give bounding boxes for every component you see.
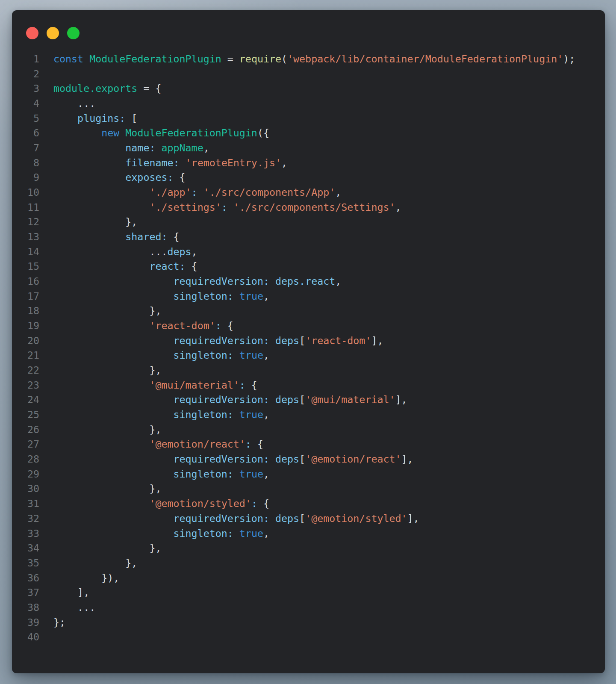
code-token xyxy=(53,260,149,272)
line-number: 30 xyxy=(12,481,39,496)
line-number: 1 xyxy=(12,52,39,67)
line-number: 38 xyxy=(12,600,39,615)
line-number: 34 xyxy=(12,541,39,556)
code-line: 12 }, xyxy=(12,215,605,230)
code-line: 11 './settings': './src/components/Setti… xyxy=(12,200,605,215)
code-text: requiredVersion: deps['react-dom'], xyxy=(53,335,383,346)
code-token: , xyxy=(263,468,269,480)
code-token: [ xyxy=(299,513,305,524)
code-token: module.exports xyxy=(53,83,137,94)
code-token: singleton: xyxy=(174,468,233,480)
code-line: 40 xyxy=(12,630,605,645)
code-token: [ xyxy=(299,453,305,465)
code-text: requiredVersion: deps['@mui/material'], xyxy=(53,394,407,405)
code-token: '@emotion/styled' xyxy=(149,498,251,509)
code-token xyxy=(269,335,275,346)
code-text: }, xyxy=(53,557,137,569)
code-line: 8 filename: 'remoteEntry.js', xyxy=(12,156,605,171)
code-token: '@emotion/react' xyxy=(305,453,401,465)
code-token: : xyxy=(221,201,227,213)
code-text: react: { xyxy=(53,260,197,272)
code-token: ... xyxy=(53,97,95,109)
line-number: 40 xyxy=(12,630,39,645)
code-line: 13 shared: { xyxy=(12,230,605,245)
code-token xyxy=(269,513,275,524)
code-token: ( xyxy=(281,53,287,65)
line-number: 39 xyxy=(12,615,39,630)
code-token: }), xyxy=(53,572,119,584)
code-token: { xyxy=(245,379,257,391)
code-line: 19 'react-dom': { xyxy=(12,318,605,333)
code-token xyxy=(53,409,174,420)
code-text: new ModuleFederationPlugin({ xyxy=(53,127,269,139)
code-token xyxy=(53,112,77,124)
code-text: plugins: [ xyxy=(53,112,137,124)
zoom-button[interactable] xyxy=(67,27,80,39)
code-editor: 1const ModuleFederationPlugin = require(… xyxy=(12,52,605,645)
code-token: ], xyxy=(401,453,413,465)
code-token: [ xyxy=(125,112,137,124)
code-token: { xyxy=(221,320,233,331)
code-token: , xyxy=(263,290,269,302)
line-number: 13 xyxy=(12,230,39,245)
code-text: '@mui/material': { xyxy=(53,379,257,391)
code-window: 1const ModuleFederationPlugin = require(… xyxy=(12,10,605,673)
code-text: filename: 'remoteEntry.js', xyxy=(53,157,287,168)
code-token xyxy=(269,275,275,287)
code-token: , xyxy=(335,186,341,198)
code-token: { xyxy=(168,231,180,242)
code-token xyxy=(53,349,174,361)
code-token: deps xyxy=(168,246,192,257)
code-token: , xyxy=(203,142,209,153)
line-number: 4 xyxy=(12,96,39,111)
code-token: [ xyxy=(299,394,305,405)
code-line: 14 ...deps, xyxy=(12,245,605,259)
code-text: }), xyxy=(53,572,119,584)
code-line: 27 '@emotion/react': { xyxy=(12,437,605,452)
code-token: true xyxy=(239,409,263,420)
minimize-button[interactable] xyxy=(47,27,59,39)
line-number: 8 xyxy=(12,156,39,171)
code-token: requiredVersion: xyxy=(174,453,269,465)
code-line: 26 }, xyxy=(12,422,605,437)
code-token: './settings' xyxy=(149,201,221,213)
code-token: deps xyxy=(275,453,299,465)
code-token: ); xyxy=(563,53,575,65)
code-token: ], xyxy=(371,335,383,346)
code-text: name: appName, xyxy=(53,142,209,153)
code-line: 33 singleton: true, xyxy=(12,526,605,541)
code-text: }, xyxy=(53,483,161,494)
line-number: 29 xyxy=(12,467,39,482)
code-token: '@mui/material' xyxy=(305,394,395,405)
code-token: './app' xyxy=(149,186,191,198)
code-token: }; xyxy=(53,616,65,628)
code-token: true xyxy=(239,349,263,361)
line-number: 37 xyxy=(12,585,39,600)
code-text: }; xyxy=(53,616,65,628)
code-token: { xyxy=(186,260,197,272)
line-number: 22 xyxy=(12,363,39,378)
code-line: 15 react: { xyxy=(12,259,605,274)
code-token xyxy=(53,320,149,331)
code-line: 23 '@mui/material': { xyxy=(12,378,605,393)
line-number: 15 xyxy=(12,259,39,274)
code-token: appName xyxy=(161,142,203,153)
code-text: }, xyxy=(53,216,137,227)
code-text: './settings': './src/components/Settings… xyxy=(53,201,401,213)
code-token xyxy=(233,290,239,302)
code-token xyxy=(53,453,174,465)
line-number: 11 xyxy=(12,200,39,215)
code-text: exposes: { xyxy=(53,171,186,183)
code-token xyxy=(269,453,275,465)
line-number: 24 xyxy=(12,392,39,407)
code-line: 2 xyxy=(12,67,605,82)
code-token: require xyxy=(239,53,281,65)
close-button[interactable] xyxy=(26,27,38,39)
code-line: 30 }, xyxy=(12,481,605,496)
code-token: deps xyxy=(275,513,299,524)
code-line: 5 plugins: [ xyxy=(12,111,605,126)
code-text: singleton: true, xyxy=(53,409,269,420)
code-line: 35 }, xyxy=(12,556,605,571)
code-token: singleton: xyxy=(174,528,233,539)
code-token: const xyxy=(53,53,83,65)
